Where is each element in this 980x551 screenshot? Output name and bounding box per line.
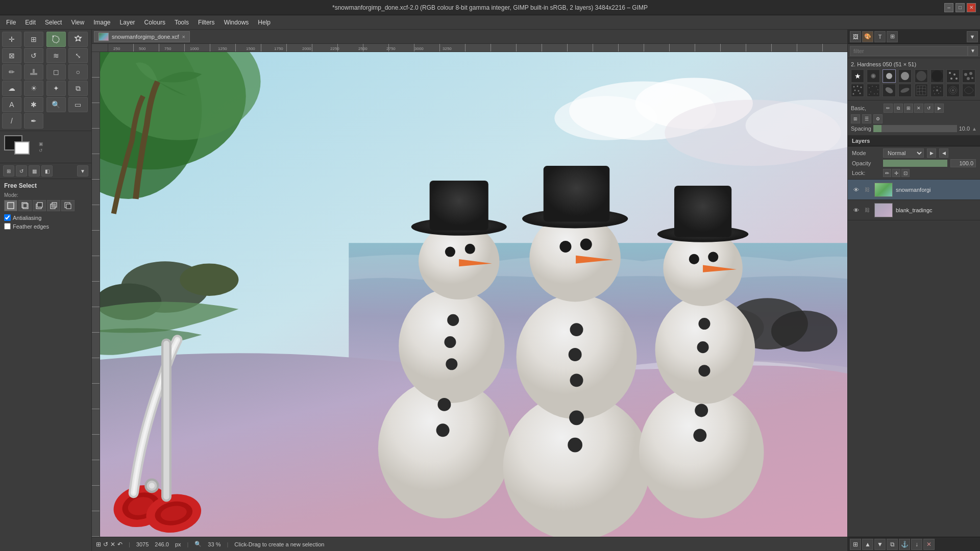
brush-leaf-2[interactable] [898,84,912,97]
brush-hard-sm[interactable] [883,69,896,83]
eraser-tool[interactable]: ◻ [46,64,66,80]
mode-subtract[interactable] [33,200,46,211]
smudge-tool[interactable]: ☁ [2,81,21,96]
clone-tool[interactable]: ⧉ [68,81,88,96]
alignment-tool[interactable]: ⊞ [24,32,43,47]
filter-dropdown-btn[interactable]: ▼ [968,46,978,56]
brush-hard-md[interactable] [898,69,912,83]
mode-intersect[interactable] [47,200,60,211]
lock-position-btn[interactable]: ✛ [892,169,900,177]
view-list-btn[interactable]: ☰ [862,114,871,123]
brush-copy-btn[interactable]: ⧉ [894,104,903,113]
brush-refresh-btn[interactable]: ↺ [924,104,934,113]
status-back-icon[interactable]: ↶ [117,541,122,548]
status-info-icon[interactable]: ⊞ [96,541,101,548]
layer-item-2[interactable]: 👁 ⛓ blank_tradingc [848,200,980,220]
tab-close-button[interactable]: × [182,34,185,40]
layer-down-btn[interactable]: ▼ [874,539,886,550]
new-image-btn[interactable]: ⊞ [3,165,14,177]
brush-spray-1[interactable] [851,84,864,97]
view-grid-btn[interactable]: ⊞ [851,114,860,123]
brush-texture-1[interactable] [915,84,928,97]
menu-view[interactable]: View [67,17,88,28]
menu-filters[interactable]: Filters [194,17,219,28]
filter-input[interactable] [850,46,968,56]
scale-tool[interactable]: ⤡ [68,48,88,63]
layer-1-visibility[interactable]: 👁 [852,186,860,194]
lock-pixels-btn[interactable]: ✏ [883,169,891,177]
right-icon-4[interactable]: ⊞ [887,31,898,42]
free-select-tool[interactable] [46,32,66,47]
brush-extra-2[interactable] [962,84,975,97]
layer-1-chain[interactable]: ⛓ [863,186,871,194]
layer-new-btn[interactable]: ⊞ [850,539,861,550]
fuzzy-select-tool[interactable] [68,32,88,47]
right-icon-3[interactable]: T [874,31,886,42]
feather-edges-checkbox[interactable] [4,223,11,230]
brush-copy2-btn[interactable]: ⊞ [904,104,913,113]
menu-tools[interactable]: Tools [170,17,193,28]
brush-scatter-1[interactable] [946,69,960,83]
menu-file[interactable]: File [2,17,20,28]
color-selector[interactable] [4,135,33,159]
dodge-tool[interactable]: ☀ [24,81,43,96]
right-icon-1[interactable]: 🖼 [850,31,861,42]
maximize-button[interactable]: □ [955,3,965,12]
minimize-button[interactable]: – [944,3,953,12]
layer-item-1[interactable]: 👁 ⛓ snowmanforgi [848,180,980,200]
menu-colours[interactable]: Colours [140,17,169,28]
canvas-viewport[interactable] [100,52,847,537]
layer-2-visibility[interactable]: 👁 [852,206,860,214]
heal-tool[interactable]: ✦ [46,81,66,96]
layer-merge-btn[interactable]: ↓ [911,539,922,550]
brush-extra-btn[interactable]: ▶ [935,104,944,113]
menu-layer[interactable]: Layer [116,17,139,28]
reset-btn[interactable]: ↺ [16,165,27,177]
feather-edges-row[interactable]: Feather edges [4,223,87,230]
brush-spray-2[interactable] [867,84,880,97]
layer-anchor-btn[interactable]: ⚓ [899,539,910,550]
antialiasing-checkbox[interactable] [4,214,11,221]
gradients-btn[interactable]: ◧ [41,165,53,177]
brush-texture-2[interactable] [930,84,944,97]
crop-tool[interactable]: ⊠ [2,48,21,63]
transform-tool[interactable]: ↺ [24,48,43,63]
close-button[interactable]: ✕ [967,3,976,12]
status-refresh-icon[interactable]: ↺ [103,541,108,548]
paint-tool[interactable] [24,64,43,80]
mode-replace[interactable] [4,200,17,211]
antialiasing-row[interactable]: Antialiasing [4,214,87,221]
airbrush-tool[interactable]: ○ [68,64,88,80]
layer-duplicate-btn[interactable]: ⧉ [887,539,898,550]
zoom-tool[interactable]: 🔍 [46,97,66,112]
background-color[interactable] [14,141,30,155]
measure-tool[interactable]: / [2,113,21,129]
brush-star[interactable]: ★ [851,69,864,83]
patterns-btn[interactable]: ▦ [29,165,40,177]
image-tab[interactable]: snowmanforgimp_done.xcf × [94,31,190,42]
view-settings-btn[interactable]: ⚙ [873,114,883,123]
menu-windows[interactable]: Windows [220,17,253,28]
brush-extra-1[interactable] [946,84,960,97]
path-tool[interactable]: ✒ [24,113,43,129]
pencil-tool[interactable]: ✏ [2,64,21,80]
opacity-slider[interactable] [883,160,947,167]
status-delete-icon[interactable]: ✕ [110,541,115,548]
move-tool[interactable]: ✛ [2,32,21,47]
brush-soft-sm[interactable] [867,69,880,83]
configure-btn[interactable]: ▼ [77,165,88,177]
rect-select-tool[interactable]: ▭ [68,97,88,112]
mode-extra-btn[interactable]: ▶ [927,148,936,158]
menu-image[interactable]: Image [89,17,114,28]
spacing-slider[interactable] [873,125,957,132]
brush-scatter-2[interactable] [962,69,975,83]
mode-add[interactable] [18,200,32,211]
color-picker-tool[interactable]: ✱ [24,97,43,112]
mode-extra[interactable] [61,200,75,211]
brush-hard-lg[interactable] [915,69,928,83]
brush-delete-btn[interactable]: ✕ [914,104,923,113]
layer-2-chain[interactable]: ⛓ [863,206,871,214]
layer-delete-btn[interactable]: ✕ [923,539,935,550]
layer-up-btn[interactable]: ▲ [862,539,873,550]
right-icon-2[interactable]: 🎨 [862,31,873,42]
